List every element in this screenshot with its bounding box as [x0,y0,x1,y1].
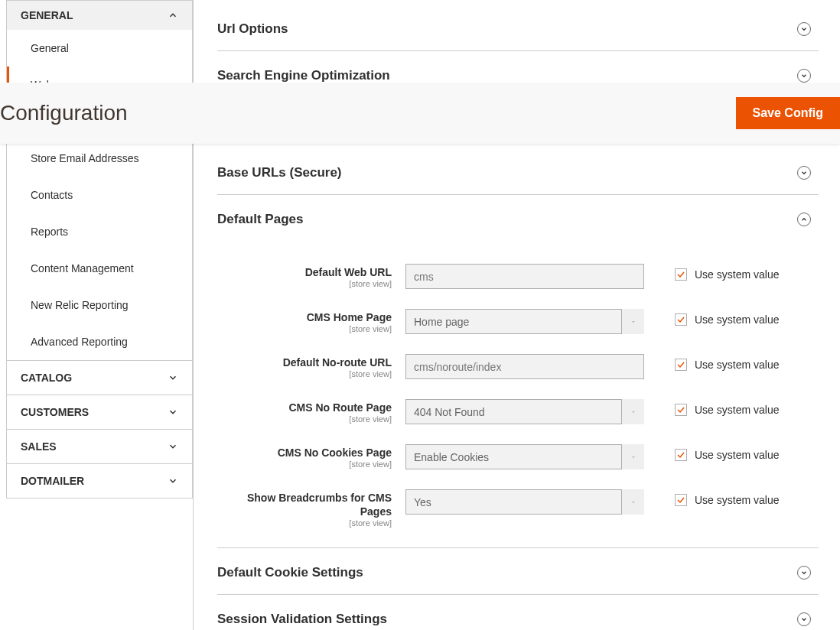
field-cms-no-route-page: CMS No Route Page [store view] 404 Not F… [217,399,819,424]
dropdown-icon [621,399,644,424]
chevron-up-icon [168,10,178,21]
sidebar-item-label: Content Management [31,262,134,274]
sticky-header: Configuration Save Config [0,83,840,144]
select-value: Enable Cookies [405,444,644,469]
sidebar-item-general[interactable]: General [7,30,192,67]
svg-marker-3 [632,502,635,503]
section-default-pages-body: Default Web URL [store view] Use system … [217,241,819,548]
field-input-col: 404 Not Found [405,399,644,424]
sidebar-item-store-email-addresses[interactable]: Store Email Addresses [7,140,192,177]
expand-icon [797,566,811,580]
sidebar-group-general[interactable]: GENERAL [6,0,193,30]
svg-marker-1 [632,411,635,413]
field-label: CMS Home Page [217,310,392,324]
field-scope: [store view] [217,279,392,288]
use-system-label[interactable]: Use system value [695,494,779,506]
sidebar-item-contacts[interactable]: Contacts [7,177,192,213]
sidebar-item-label: Store Email Addresses [31,152,139,164]
use-system-checkbox[interactable] [675,449,687,461]
select-value: 404 Not Found [405,399,644,424]
field-label: CMS No Cookies Page [217,446,392,460]
field-label: Default No-route URL [217,356,392,369]
section-title: Default Cookie Settings [217,565,363,580]
field-show-breadcrumbs: Show Breadcrumbs for CMS Pages [store vi… [217,489,819,528]
field-label-col: Default Web URL [store view] [217,264,405,288]
sidebar-group-customers[interactable]: CUSTOMERS [6,395,193,430]
sidebar-item-label: New Relic Reporting [31,299,129,311]
sidebar-group-label: CATALOG [21,372,72,384]
field-label-col: Show Breadcrumbs for CMS Pages [store vi… [217,489,405,528]
show-breadcrumbs-select[interactable]: Yes [405,489,644,515]
dropdown-icon [621,489,644,515]
sidebar-item-reports[interactable]: Reports [7,213,192,250]
use-system-label[interactable]: Use system value [695,313,779,326]
section-url-options[interactable]: Url Options [217,0,819,51]
field-scope: [store view] [217,414,392,424]
use-system-label[interactable]: Use system value [695,359,779,371]
chevron-down-icon [168,407,178,417]
sidebar-item-label: Advanced Reporting [31,336,128,348]
sidebar-group-general-items: General Web Currency Setup Store Email A… [6,30,193,361]
field-label-col: CMS No Route Page [store view] [217,399,405,424]
dropdown-icon [621,444,644,469]
sidebar-group-sales[interactable]: SALES [6,430,193,464]
section-base-urls-secure[interactable]: Base URLs (Secure) [217,148,819,195]
section-default-cookie-settings[interactable]: Default Cookie Settings [217,548,819,595]
chevron-down-icon [168,441,178,452]
page-title: Configuration [0,101,128,125]
expand-icon [797,612,811,626]
cms-no-route-page-select[interactable]: 404 Not Found [405,399,644,424]
collapse-icon [797,213,811,226]
expand-icon [797,166,811,180]
field-label: Default Web URL [217,265,392,279]
use-system-col: Use system value [675,399,779,416]
use-system-checkbox[interactable] [675,404,687,416]
default-web-url-input[interactable] [405,264,644,289]
field-cms-home-page: CMS Home Page [store view] Home page Use… [217,309,819,334]
use-system-col: Use system value [675,444,779,461]
use-system-col: Use system value [675,354,779,371]
sidebar-group-label: SALES [21,440,57,453]
sidebar-item-label: Reports [31,226,68,238]
sidebar-group-label: DOTMAILER [21,475,84,487]
sidebar-item-new-relic-reporting[interactable]: New Relic Reporting [7,287,192,323]
use-system-checkbox[interactable] [675,313,687,326]
expand-icon [797,22,811,36]
field-input-col: Enable Cookies [405,444,644,469]
field-input-col [405,264,644,289]
section-title: Session Validation Settings [217,612,387,627]
field-scope: [store view] [217,369,392,378]
field-cms-no-cookies-page: CMS No Cookies Page [store view] Enable … [217,444,819,469]
sidebar-item-label: General [31,42,69,54]
section-default-pages[interactable]: Default Pages [217,195,819,241]
use-system-checkbox[interactable] [675,359,687,371]
field-default-web-url: Default Web URL [store view] Use system … [217,264,819,289]
field-label-col: CMS No Cookies Page [store view] [217,444,405,469]
save-config-button[interactable]: Save Config [736,97,840,129]
sidebar-item-label: Contacts [31,189,73,201]
sidebar-group-dotmailer[interactable]: DOTMAILER [6,464,193,498]
use-system-label[interactable]: Use system value [695,404,779,416]
select-value: Home page [405,309,644,334]
cms-no-cookies-page-select[interactable]: Enable Cookies [405,444,644,469]
use-system-label[interactable]: Use system value [695,449,779,461]
cms-home-page-select[interactable]: Home page [405,309,644,334]
field-label-col: CMS Home Page [store view] [217,309,405,333]
sidebar-group-label: CUSTOMERS [21,406,89,418]
section-title: Default Pages [217,212,303,227]
sidebar-item-advanced-reporting[interactable]: Advanced Reporting [7,323,192,360]
select-value: Yes [405,489,644,515]
field-input-col: Home page [405,309,644,334]
sidebar-group-catalog[interactable]: CATALOG [6,361,193,395]
section-session-validation-settings[interactable]: Session Validation Settings [217,595,819,630]
field-scope: [store view] [217,518,392,528]
sidebar-item-content-management[interactable]: Content Management [7,250,192,287]
chevron-down-icon [168,372,178,383]
use-system-label[interactable]: Use system value [695,268,779,281]
use-system-checkbox[interactable] [675,268,687,281]
field-input-col [405,354,644,379]
use-system-checkbox[interactable] [675,494,687,506]
field-label: CMS No Route Page [217,401,392,414]
default-noroute-input[interactable] [405,354,644,379]
use-system-col: Use system value [675,264,779,281]
